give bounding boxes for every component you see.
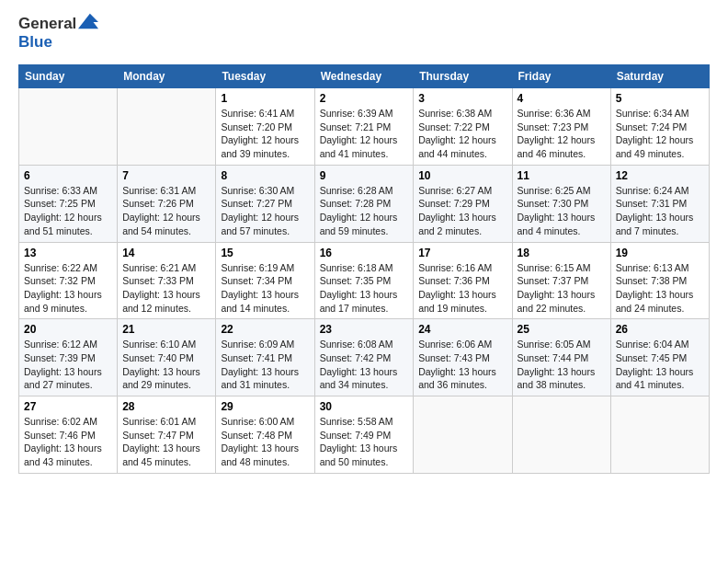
week-row-4: 20Sunrise: 6:12 AM Sunset: 7:39 PM Dayli… (19, 319, 710, 396)
day-info: Sunrise: 5:58 AM Sunset: 7:49 PM Dayligh… (320, 415, 409, 469)
day-number: 30 (320, 400, 409, 413)
calendar-cell: 19Sunrise: 6:13 AM Sunset: 7:38 PM Dayli… (610, 242, 709, 319)
calendar-cell: 1Sunrise: 6:41 AM Sunset: 7:20 PM Daylig… (216, 88, 314, 166)
weekday-header-saturday: Saturday (610, 65, 709, 88)
day-number: 13 (24, 247, 112, 259)
calendar-cell (118, 88, 216, 166)
day-info: Sunrise: 6:16 AM Sunset: 7:36 PM Dayligh… (418, 261, 506, 316)
calendar-cell: 3Sunrise: 6:38 AM Sunset: 7:22 PM Daylig… (414, 88, 512, 166)
day-number: 4 (518, 92, 606, 105)
day-info: Sunrise: 6:19 AM Sunset: 7:34 PM Dayligh… (221, 261, 309, 316)
day-number: 29 (221, 400, 309, 413)
calendar-cell: 2Sunrise: 6:39 AM Sunset: 7:21 PM Daylig… (314, 88, 414, 166)
day-number: 9 (320, 169, 409, 182)
day-info: Sunrise: 6:41 AM Sunset: 7:20 PM Dayligh… (221, 107, 309, 161)
day-number: 14 (122, 247, 210, 259)
day-info: Sunrise: 6:33 AM Sunset: 7:25 PM Dayligh… (24, 184, 112, 238)
day-number: 2 (320, 92, 409, 105)
calendar-cell: 17Sunrise: 6:16 AM Sunset: 7:36 PM Dayli… (414, 242, 512, 319)
day-number: 8 (221, 169, 309, 182)
calendar-cell: 4Sunrise: 6:36 AM Sunset: 7:23 PM Daylig… (512, 88, 610, 166)
logo-general: General (18, 15, 76, 33)
day-info: Sunrise: 6:39 AM Sunset: 7:21 PM Dayligh… (320, 107, 409, 161)
day-number: 17 (418, 247, 506, 259)
week-row-5: 27Sunrise: 6:02 AM Sunset: 7:46 PM Dayli… (19, 396, 710, 474)
day-info: Sunrise: 6:21 AM Sunset: 7:33 PM Dayligh… (122, 261, 210, 316)
calendar-cell: 15Sunrise: 6:19 AM Sunset: 7:34 PM Dayli… (216, 242, 314, 319)
calendar-cell: 6Sunrise: 6:33 AM Sunset: 7:25 PM Daylig… (19, 165, 118, 242)
day-info: Sunrise: 6:12 AM Sunset: 7:39 PM Dayligh… (24, 338, 112, 392)
day-info: Sunrise: 6:01 AM Sunset: 7:47 PM Dayligh… (122, 415, 210, 469)
day-info: Sunrise: 6:25 AM Sunset: 7:30 PM Dayligh… (518, 184, 606, 238)
day-info: Sunrise: 6:02 AM Sunset: 7:46 PM Dayligh… (24, 415, 112, 469)
calendar-cell: 16Sunrise: 6:18 AM Sunset: 7:35 PM Dayli… (314, 242, 414, 319)
day-number: 1 (221, 92, 309, 105)
day-number: 26 (616, 323, 704, 336)
calendar-cell: 12Sunrise: 6:24 AM Sunset: 7:31 PM Dayli… (610, 165, 709, 242)
calendar-cell: 28Sunrise: 6:01 AM Sunset: 7:47 PM Dayli… (118, 396, 216, 474)
day-info: Sunrise: 6:05 AM Sunset: 7:44 PM Dayligh… (518, 338, 606, 392)
weekday-header-sunday: Sunday (19, 65, 118, 88)
logo-blue: Blue (18, 33, 52, 51)
calendar-cell: 22Sunrise: 6:09 AM Sunset: 7:41 PM Dayli… (216, 319, 314, 396)
day-number: 20 (24, 323, 112, 336)
day-number: 23 (320, 323, 409, 336)
week-row-1: 1Sunrise: 6:41 AM Sunset: 7:20 PM Daylig… (19, 88, 710, 166)
day-info: Sunrise: 6:00 AM Sunset: 7:48 PM Dayligh… (221, 415, 309, 469)
day-info: Sunrise: 6:22 AM Sunset: 7:32 PM Dayligh… (24, 261, 112, 316)
calendar-cell (19, 88, 118, 166)
day-number: 18 (518, 247, 606, 259)
weekday-header-wednesday: Wednesday (314, 65, 414, 88)
week-row-2: 6Sunrise: 6:33 AM Sunset: 7:25 PM Daylig… (19, 165, 710, 242)
calendar-cell: 9Sunrise: 6:28 AM Sunset: 7:28 PM Daylig… (314, 165, 414, 242)
weekday-header-row: SundayMondayTuesdayWednesdayThursdayFrid… (19, 65, 710, 88)
calendar-cell: 18Sunrise: 6:15 AM Sunset: 7:37 PM Dayli… (512, 242, 610, 319)
calendar-cell: 11Sunrise: 6:25 AM Sunset: 7:30 PM Dayli… (512, 165, 610, 242)
calendar-cell: 8Sunrise: 6:30 AM Sunset: 7:27 PM Daylig… (216, 165, 314, 242)
calendar-cell: 24Sunrise: 6:06 AM Sunset: 7:43 PM Dayli… (414, 319, 512, 396)
day-number: 25 (518, 323, 606, 336)
day-number: 28 (122, 400, 210, 413)
day-info: Sunrise: 6:04 AM Sunset: 7:45 PM Dayligh… (616, 338, 704, 392)
day-info: Sunrise: 6:27 AM Sunset: 7:29 PM Dayligh… (418, 184, 506, 238)
weekday-header-thursday: Thursday (414, 65, 512, 88)
calendar-cell: 23Sunrise: 6:08 AM Sunset: 7:42 PM Dayli… (314, 319, 414, 396)
weekday-header-monday: Monday (118, 65, 216, 88)
day-number: 11 (518, 169, 606, 182)
logo-icon (78, 12, 98, 32)
day-info: Sunrise: 6:28 AM Sunset: 7:28 PM Dayligh… (320, 184, 409, 238)
day-info: Sunrise: 6:24 AM Sunset: 7:31 PM Dayligh… (616, 184, 704, 238)
day-number: 16 (320, 247, 409, 259)
calendar-cell: 30Sunrise: 5:58 AM Sunset: 7:49 PM Dayli… (314, 396, 414, 474)
day-info: Sunrise: 6:15 AM Sunset: 7:37 PM Dayligh… (518, 261, 606, 316)
calendar-cell: 5Sunrise: 6:34 AM Sunset: 7:24 PM Daylig… (610, 88, 709, 166)
day-info: Sunrise: 6:30 AM Sunset: 7:27 PM Dayligh… (221, 184, 309, 238)
day-info: Sunrise: 6:18 AM Sunset: 7:35 PM Dayligh… (320, 261, 409, 316)
day-number: 5 (616, 92, 704, 105)
day-number: 24 (418, 323, 506, 336)
day-number: 3 (418, 92, 506, 105)
day-info: Sunrise: 6:08 AM Sunset: 7:42 PM Dayligh… (320, 338, 409, 392)
calendar-cell: 25Sunrise: 6:05 AM Sunset: 7:44 PM Dayli… (512, 319, 610, 396)
calendar-cell: 29Sunrise: 6:00 AM Sunset: 7:48 PM Dayli… (216, 396, 314, 474)
day-number: 12 (616, 169, 704, 182)
day-number: 22 (221, 323, 309, 336)
calendar-table: SundayMondayTuesdayWednesdayThursdayFrid… (18, 64, 710, 474)
calendar-cell: 7Sunrise: 6:31 AM Sunset: 7:26 PM Daylig… (118, 165, 216, 242)
day-info: Sunrise: 6:06 AM Sunset: 7:43 PM Dayligh… (418, 338, 506, 392)
day-number: 15 (221, 247, 309, 259)
calendar-cell (610, 396, 709, 474)
logo: General Blue (18, 15, 98, 52)
day-number: 19 (616, 247, 704, 259)
day-info: Sunrise: 6:36 AM Sunset: 7:23 PM Dayligh… (518, 107, 606, 161)
calendar-cell: 26Sunrise: 6:04 AM Sunset: 7:45 PM Dayli… (610, 319, 709, 396)
day-info: Sunrise: 6:34 AM Sunset: 7:24 PM Dayligh… (616, 107, 704, 161)
calendar-cell: 14Sunrise: 6:21 AM Sunset: 7:33 PM Dayli… (118, 242, 216, 319)
svg-marker-0 (78, 14, 98, 29)
calendar-cell: 21Sunrise: 6:10 AM Sunset: 7:40 PM Dayli… (118, 319, 216, 396)
day-info: Sunrise: 6:10 AM Sunset: 7:40 PM Dayligh… (122, 338, 210, 392)
header: General Blue (18, 15, 710, 52)
day-number: 10 (418, 169, 506, 182)
day-number: 21 (122, 323, 210, 336)
calendar-cell: 13Sunrise: 6:22 AM Sunset: 7:32 PM Dayli… (19, 242, 118, 319)
